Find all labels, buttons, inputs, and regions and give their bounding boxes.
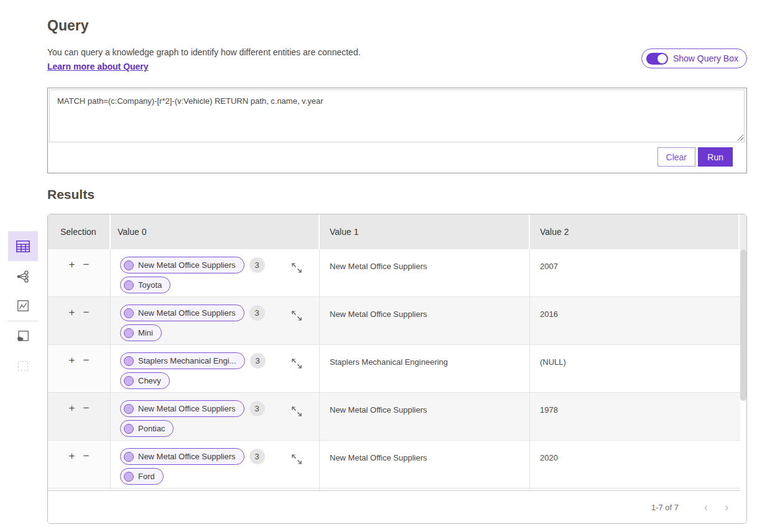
- expand-path-button[interactable]: [290, 357, 303, 370]
- pill-secondary-label: Mini: [138, 328, 153, 337]
- map-icon: [16, 329, 30, 343]
- pill-primary-label: New Metal Office Suppliers: [138, 308, 236, 318]
- entity-dot-icon: [124, 328, 134, 338]
- value1-cell: New Metal Office Suppliers: [320, 393, 530, 440]
- pill-count-badge: 3: [249, 257, 265, 273]
- entity-dot-icon: [124, 356, 134, 366]
- entity-dot-icon: [124, 424, 134, 434]
- value1-cell: New Metal Office Suppliers: [320, 249, 530, 296]
- page-title: Query: [47, 17, 88, 34]
- value2-cell: 2016: [530, 297, 746, 344]
- remove-selection-button[interactable]: −: [83, 355, 90, 365]
- sidebar-item-chart-view[interactable]: [16, 298, 30, 313]
- query-input[interactable]: MATCH path=(c:Company)-[r*2]-(v:Vehicle)…: [49, 89, 745, 142]
- table-row: + − New Metal Office Suppliers 3 Pontiac: [48, 393, 746, 441]
- entity-pill-primary[interactable]: Staplers Mechanical Engi...: [120, 352, 245, 369]
- remove-selection-button[interactable]: −: [83, 451, 90, 461]
- value0-cell: New Metal Office Suppliers 3 Ford: [111, 441, 320, 488]
- entity-pill-primary[interactable]: New Metal Office Suppliers: [120, 448, 244, 465]
- expand-path-button[interactable]: [290, 310, 303, 322]
- entity-dot-icon: [124, 260, 134, 270]
- entity-dot-icon: [124, 404, 134, 414]
- entity-pill-secondary[interactable]: Toyota: [120, 277, 170, 293]
- entity-pill-secondary[interactable]: Pontiac: [120, 420, 174, 437]
- expand-diagonal-icon: [290, 262, 303, 274]
- pill-secondary-label: Chevy: [138, 376, 161, 385]
- add-selection-button[interactable]: +: [69, 355, 75, 365]
- selection-cell: + −: [48, 345, 111, 392]
- value0-cell: New Metal Office Suppliers 3 Mini: [111, 297, 320, 344]
- value0-cell: New Metal Office Suppliers 3 Toyota: [111, 249, 320, 296]
- next-page-button[interactable]: ›: [722, 503, 731, 511]
- results-title: Results: [47, 187, 95, 202]
- entity-dot-icon: [124, 308, 134, 318]
- entity-dot-icon: [124, 452, 134, 462]
- run-button[interactable]: Run: [698, 147, 733, 167]
- sidebar-item-empty-view[interactable]: [16, 359, 30, 374]
- sidebar-item-table-view[interactable]: [8, 231, 38, 261]
- expand-diagonal-icon: [290, 310, 303, 322]
- remove-selection-button[interactable]: −: [83, 307, 90, 318]
- column-header-value0: Value 0: [111, 214, 320, 249]
- results-table: Selection Value 0 Value 1 Value 2 + − Ne…: [47, 214, 747, 524]
- value1-cell: New Metal Office Suppliers: [320, 297, 530, 344]
- entity-pill-secondary[interactable]: Chevy: [120, 372, 170, 389]
- entity-dot-icon: [124, 376, 134, 386]
- table-footer: 1-7 of 7 ‹ ›: [48, 490, 746, 523]
- add-selection-button[interactable]: +: [69, 307, 75, 318]
- column-header-selection: Selection: [48, 214, 111, 249]
- learn-more-link[interactable]: Learn more about Query: [47, 62, 149, 71]
- prev-page-button[interactable]: ‹: [702, 503, 710, 511]
- add-selection-button[interactable]: +: [69, 451, 75, 461]
- expand-diagonal-icon: [290, 405, 303, 418]
- chart-icon: [16, 299, 30, 313]
- expand-diagonal-icon: [290, 357, 303, 370]
- entity-pill-secondary[interactable]: Ford: [120, 468, 164, 485]
- expand-path-button[interactable]: [290, 262, 303, 274]
- pill-count-badge: 3: [249, 305, 265, 321]
- column-header-value2: Value 2: [530, 214, 740, 249]
- selection-cell: + −: [48, 441, 111, 488]
- selection-cell: + −: [48, 297, 111, 344]
- empty-view-icon: [16, 359, 30, 373]
- pill-count-badge: 3: [249, 449, 265, 464]
- link-chart-icon: [16, 270, 30, 283]
- sidebar-item-link-chart-view[interactable]: [16, 269, 30, 284]
- toggle-label: Show Query Box: [673, 53, 738, 63]
- expand-path-button[interactable]: [290, 405, 303, 418]
- entity-pill-primary[interactable]: New Metal Office Suppliers: [120, 305, 244, 321]
- table-body: + − New Metal Office Suppliers 3 Toyota: [48, 249, 746, 488]
- entity-dot-icon: [124, 472, 134, 482]
- remove-selection-button[interactable]: −: [83, 259, 90, 270]
- add-selection-button[interactable]: +: [69, 259, 75, 270]
- entity-pill-primary[interactable]: New Metal Office Suppliers: [120, 400, 244, 417]
- remove-selection-button[interactable]: −: [83, 403, 90, 413]
- query-box: MATCH path=(c:Company)-[r*2]-(v:Vehicle)…: [47, 88, 747, 173]
- table-icon: [16, 240, 30, 253]
- value0-cell: New Metal Office Suppliers 3 Pontiac: [111, 393, 320, 440]
- table-row: + − New Metal Office Suppliers 3 Mini: [48, 297, 746, 345]
- pill-secondary-label: Ford: [138, 472, 155, 481]
- show-query-box-toggle[interactable]: Show Query Box: [641, 48, 747, 68]
- pagination-label: 1-7 of 7: [651, 503, 679, 512]
- pill-count-badge: 3: [249, 401, 265, 416]
- page-description: You can query a knowledge graph to ident…: [47, 47, 361, 57]
- entity-pill-secondary[interactable]: Mini: [120, 324, 162, 341]
- expand-path-button[interactable]: [290, 453, 303, 466]
- sidebar-divider: [7, 321, 39, 321]
- selection-cell: + −: [48, 249, 111, 296]
- value2-cell: (NULL): [530, 345, 746, 392]
- value2-cell: 2007: [530, 249, 746, 296]
- scrollbar-header-corner: [740, 214, 746, 249]
- pill-primary-label: Staplers Mechanical Engi...: [138, 356, 236, 365]
- add-selection-button[interactable]: +: [69, 403, 75, 413]
- clear-button[interactable]: Clear: [657, 147, 695, 167]
- pill-primary-label: New Metal Office Suppliers: [138, 452, 236, 461]
- pill-primary-label: New Metal Office Suppliers: [138, 404, 236, 413]
- value0-cell: Staplers Mechanical Engi... 3 Chevy: [111, 345, 320, 392]
- entity-pill-primary[interactable]: New Metal Office Suppliers: [120, 257, 244, 273]
- column-header-value1: Value 1: [320, 214, 530, 249]
- scrollbar-thumb[interactable]: [740, 249, 746, 401]
- sidebar-item-map-view[interactable]: [16, 329, 30, 344]
- table-row: + − Staplers Mechanical Engi... 3 Chevy: [48, 345, 746, 393]
